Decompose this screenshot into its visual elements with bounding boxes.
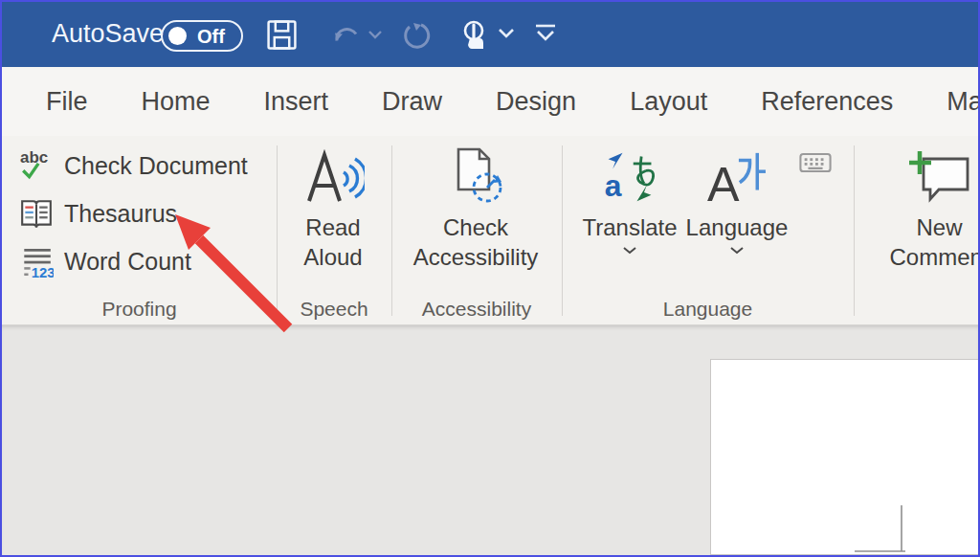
tab-mailings[interactable]: Mailings (947, 87, 980, 117)
ribbon-review-contents: abc Check Document Thesaurus (2, 136, 978, 325)
tab-file[interactable]: File (46, 87, 88, 117)
thesaurus-button[interactable]: Thesaurus (19, 191, 177, 235)
set-language-icon: A (707, 149, 767, 205)
svg-text:123: 123 (32, 265, 54, 278)
check-accessibility-icon (445, 145, 506, 205)
group-divider (562, 145, 563, 316)
tab-insert[interactable]: Insert (264, 87, 329, 117)
document-page[interactable] (710, 359, 980, 555)
keyboard-icon[interactable] (799, 152, 832, 173)
tab-references[interactable]: References (761, 87, 893, 117)
title-bar: AutoSave Off (2, 2, 978, 67)
tab-home[interactable]: Home (142, 87, 211, 117)
translate-label: Translate (582, 212, 677, 242)
ribbon-tab-bar: File Home Insert Draw Design Layout Refe… (2, 67, 978, 136)
translate-button[interactable]: a Translate (576, 144, 683, 255)
word-count-label: Word Count (64, 248, 191, 276)
check-accessibility-label: Check Accessibility (402, 212, 549, 272)
thesaurus-book-icon (19, 196, 54, 231)
undo-dropdown-chevron-icon (368, 29, 383, 40)
save-icon[interactable] (266, 19, 298, 51)
touch-mouse-mode-icon[interactable] (459, 19, 492, 54)
tab-draw[interactable]: Draw (382, 87, 442, 117)
accessibility-group-label: Accessibility (391, 298, 562, 321)
new-comment-icon (908, 147, 971, 205)
check-document-label: Check Document (64, 152, 248, 180)
svg-text:a: a (605, 168, 622, 203)
read-aloud-label: Read Aloud (289, 212, 377, 272)
translate-dropdown-chevron-icon (622, 246, 637, 255)
new-comment-label: New Comment (880, 212, 980, 272)
translate-icon: a (601, 149, 658, 205)
language-dropdown-chevron-icon (729, 246, 745, 255)
read-aloud-button[interactable]: Read Aloud (289, 144, 377, 272)
margin-crop-mark (711, 360, 980, 556)
tab-layout[interactable]: Layout (630, 87, 707, 117)
word-count-button[interactable]: 123 Word Count (19, 239, 191, 283)
speech-group-label: Speech (277, 298, 391, 321)
spelling-check-icon: abc (19, 148, 54, 183)
touch-mode-dropdown-chevron-icon[interactable] (498, 27, 515, 40)
undo-icon (329, 19, 364, 51)
language-button[interactable]: A Language (683, 144, 791, 255)
language-label: Language (686, 212, 789, 242)
word-count-icon: 123 (19, 244, 54, 278)
autosave-toggle[interactable]: Off (161, 20, 243, 52)
autosave-state-label: Off (197, 26, 225, 48)
customize-quick-access-toolbar-icon[interactable] (532, 23, 559, 46)
redo-icon (400, 19, 434, 52)
check-document-button[interactable]: abc Check Document (19, 144, 248, 188)
new-comment-button[interactable]: New Comment (880, 144, 980, 272)
autosave-label: AutoSave (52, 19, 164, 49)
proofing-group-label: Proofing (2, 298, 277, 321)
autosave-toggle-knob (168, 27, 187, 45)
svg-text:A: A (707, 158, 740, 205)
group-divider (391, 145, 392, 316)
svg-text:abc: abc (20, 148, 48, 167)
read-aloud-icon (301, 149, 365, 205)
tab-design[interactable]: Design (496, 87, 576, 117)
check-accessibility-button[interactable]: Check Accessibility (402, 144, 549, 272)
language-group-label: Language (562, 298, 854, 321)
word-window: AutoSave Off (0, 0, 980, 557)
thesaurus-label: Thesaurus (64, 200, 177, 228)
group-divider (277, 145, 278, 316)
group-divider (854, 145, 855, 316)
